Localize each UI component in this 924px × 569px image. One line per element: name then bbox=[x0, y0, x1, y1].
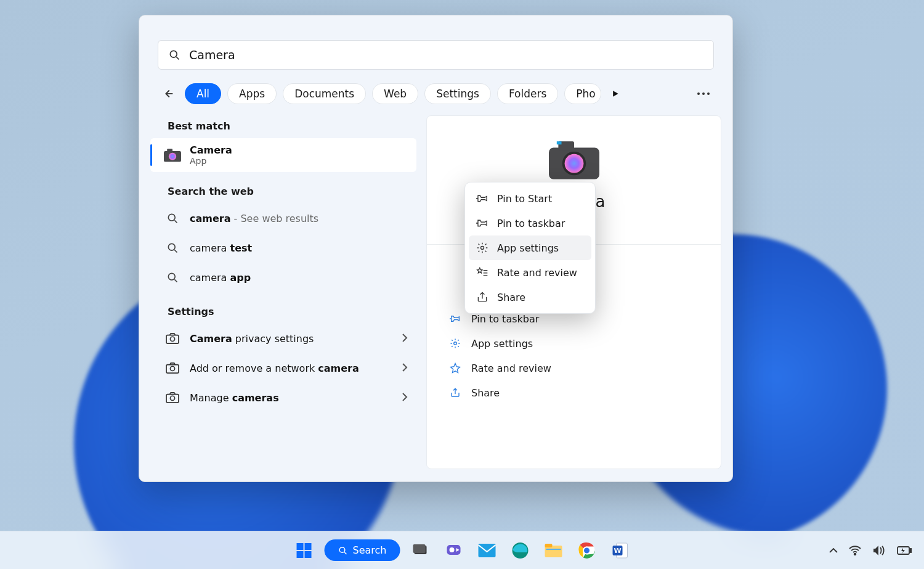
best-match-camera-app[interactable]: Camera App bbox=[150, 138, 416, 172]
svg-point-13 bbox=[168, 273, 175, 280]
svg-rect-32 bbox=[305, 543, 312, 550]
search-input[interactable] bbox=[189, 48, 703, 62]
chevron-right-icon bbox=[402, 362, 408, 374]
search-icon bbox=[168, 49, 180, 61]
system-tray[interactable] bbox=[829, 545, 912, 556]
volume-icon[interactable] bbox=[872, 545, 886, 556]
battery-icon[interactable] bbox=[897, 546, 912, 555]
search-icon bbox=[338, 546, 348, 555]
svg-rect-7 bbox=[167, 149, 172, 152]
svg-point-25 bbox=[564, 154, 583, 173]
svg-rect-55 bbox=[910, 549, 912, 552]
back-button[interactable] bbox=[158, 83, 179, 104]
svg-rect-34 bbox=[305, 551, 312, 558]
settings-add-network-camera[interactable]: Add or remove a network camera bbox=[150, 353, 416, 383]
svg-point-40 bbox=[449, 547, 454, 552]
preview-action-rate[interactable]: Rate and review bbox=[427, 356, 721, 380]
svg-point-9 bbox=[168, 214, 175, 221]
start-button[interactable] bbox=[291, 538, 317, 563]
search-icon bbox=[164, 269, 181, 286]
camera-outline-icon bbox=[164, 359, 181, 377]
windows-search-panel: All Apps Documents Web Settings Folders … bbox=[139, 15, 733, 482]
share-icon bbox=[476, 291, 488, 303]
svg-point-0 bbox=[170, 51, 177, 57]
pin-icon bbox=[476, 217, 488, 229]
taskbar-edge[interactable] bbox=[507, 538, 533, 563]
star-list-icon bbox=[476, 266, 488, 279]
taskbar-explorer[interactable] bbox=[540, 538, 566, 563]
svg-rect-31 bbox=[297, 543, 304, 550]
section-search-web: Search the web bbox=[150, 181, 416, 203]
svg-text:W: W bbox=[614, 547, 621, 555]
best-match-subtitle: App bbox=[190, 156, 232, 166]
more-options-button[interactable] bbox=[693, 83, 714, 104]
camera-app-icon bbox=[164, 147, 181, 164]
settings-camera-privacy[interactable]: Camera privacy settings bbox=[150, 324, 416, 353]
ctx-pin-start[interactable]: Pin to Start bbox=[469, 186, 591, 211]
ctx-app-settings[interactable]: App settings bbox=[469, 235, 591, 260]
svg-rect-38 bbox=[413, 544, 425, 553]
taskbar-word[interactable]: W bbox=[607, 538, 633, 563]
preview-action-app-settings[interactable]: App settings bbox=[427, 331, 721, 356]
svg-point-27 bbox=[481, 247, 484, 250]
svg-point-35 bbox=[339, 547, 345, 552]
search-box[interactable] bbox=[158, 40, 714, 70]
best-match-title: Camera bbox=[190, 144, 232, 156]
results-column: Best match Camera App Search the web cam… bbox=[150, 115, 416, 469]
pin-icon bbox=[449, 313, 461, 325]
share-icon bbox=[449, 387, 461, 399]
svg-line-1 bbox=[176, 57, 179, 59]
settings-manage-cameras[interactable]: Manage cameras bbox=[150, 383, 416, 412]
filter-web[interactable]: Web bbox=[372, 83, 418, 104]
gear-icon bbox=[449, 337, 461, 350]
search-icon bbox=[164, 210, 181, 227]
web-result-camera-test[interactable]: camera test bbox=[150, 233, 416, 263]
svg-line-14 bbox=[174, 279, 177, 282]
taskbar-taskview[interactable] bbox=[407, 538, 433, 563]
taskbar: Search W bbox=[0, 531, 924, 569]
search-icon bbox=[164, 239, 181, 256]
gear-icon bbox=[476, 242, 488, 254]
tray-overflow-icon[interactable] bbox=[829, 547, 838, 554]
filter-apps[interactable]: Apps bbox=[227, 83, 277, 104]
svg-point-20 bbox=[170, 396, 174, 400]
filter-settings[interactable]: Settings bbox=[424, 83, 491, 104]
taskbar-mail[interactable] bbox=[474, 538, 500, 563]
svg-point-18 bbox=[170, 366, 174, 370]
camera-outline-icon bbox=[164, 389, 181, 406]
svg-line-12 bbox=[174, 250, 177, 252]
camera-app-icon bbox=[549, 141, 599, 182]
svg-point-11 bbox=[168, 244, 175, 250]
web-result-camera[interactable]: camera - See web results bbox=[150, 203, 416, 233]
ctx-share[interactable]: Share bbox=[469, 285, 591, 309]
taskbar-search[interactable]: Search bbox=[325, 539, 400, 561]
svg-point-26 bbox=[454, 342, 457, 345]
context-menu: Pin to Start Pin to taskbar App settings… bbox=[464, 182, 596, 314]
ctx-pin-taskbar[interactable]: Pin to taskbar bbox=[469, 211, 591, 235]
svg-rect-33 bbox=[297, 551, 304, 558]
star-icon bbox=[449, 362, 461, 374]
svg-rect-23 bbox=[556, 141, 561, 144]
web-result-camera-app[interactable]: camera app bbox=[150, 263, 416, 292]
preview-action-share[interactable]: Share bbox=[427, 380, 721, 405]
ctx-rate[interactable]: Rate and review bbox=[469, 260, 591, 285]
svg-rect-41 bbox=[478, 544, 495, 557]
pin-icon bbox=[476, 192, 488, 205]
section-settings: Settings bbox=[150, 301, 416, 324]
taskbar-chrome[interactable] bbox=[573, 538, 599, 563]
wifi-icon[interactable] bbox=[849, 546, 861, 555]
filter-documents[interactable]: Documents bbox=[283, 83, 366, 104]
svg-line-10 bbox=[174, 220, 177, 223]
svg-point-5 bbox=[707, 92, 710, 95]
svg-rect-46 bbox=[546, 549, 561, 550]
svg-point-8 bbox=[169, 152, 176, 160]
filter-all[interactable]: All bbox=[185, 83, 221, 104]
svg-point-3 bbox=[697, 92, 700, 95]
svg-point-53 bbox=[854, 553, 856, 555]
svg-point-4 bbox=[702, 92, 705, 95]
svg-point-16 bbox=[170, 337, 174, 341]
filter-folders[interactable]: Folders bbox=[497, 83, 558, 104]
taskbar-teams[interactable] bbox=[440, 538, 466, 563]
filter-photos-truncated[interactable]: Pho bbox=[564, 83, 601, 104]
filters-scroll-right[interactable] bbox=[607, 85, 625, 102]
